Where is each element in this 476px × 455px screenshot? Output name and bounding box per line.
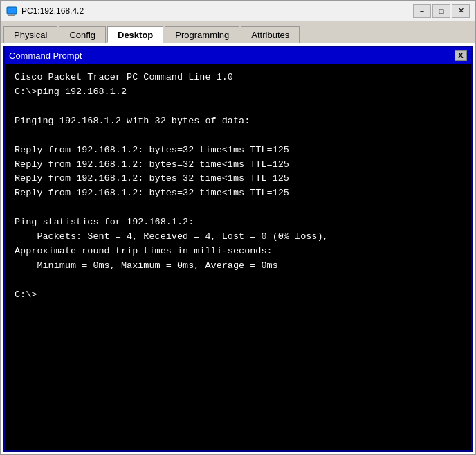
cmd-body[interactable]: Cisco Packet Tracer PC Command Line 1.0 … — [5, 64, 471, 450]
svg-rect-2 — [8, 15, 15, 16]
cmd-titlebar: Command Prompt X — [5, 47, 471, 64]
window-close-button[interactable]: ✕ — [452, 4, 470, 18]
title-bar-left: PC1:192.168.4.2 — [6, 6, 84, 17]
minimize-button[interactable]: − — [413, 4, 431, 18]
window-title: PC1:192.168.4.2 — [21, 6, 84, 16]
tab-bar: PhysicalConfigDesktopProgrammingAttribut… — [0, 21, 476, 43]
tab-attributes[interactable]: Attributes — [241, 26, 300, 43]
main-window: Command Prompt X Cisco Packet Tracer PC … — [0, 43, 476, 455]
tab-physical[interactable]: Physical — [3, 26, 57, 43]
svg-rect-1 — [10, 14, 14, 15]
cmd-title: Command Prompt — [9, 51, 82, 61]
cmd-container: Command Prompt X Cisco Packet Tracer PC … — [3, 46, 473, 452]
cmd-close-button[interactable]: X — [455, 50, 467, 61]
tab-config[interactable]: Config — [59, 26, 106, 43]
tab-programming[interactable]: Programming — [165, 26, 239, 43]
tab-desktop[interactable]: Desktop — [107, 26, 163, 43]
title-bar: PC1:192.168.4.2 − □ ✕ — [0, 0, 476, 21]
pc-icon — [6, 6, 17, 17]
title-controls: − □ ✕ — [413, 4, 470, 18]
maximize-button[interactable]: □ — [432, 4, 450, 18]
svg-rect-0 — [7, 7, 17, 14]
